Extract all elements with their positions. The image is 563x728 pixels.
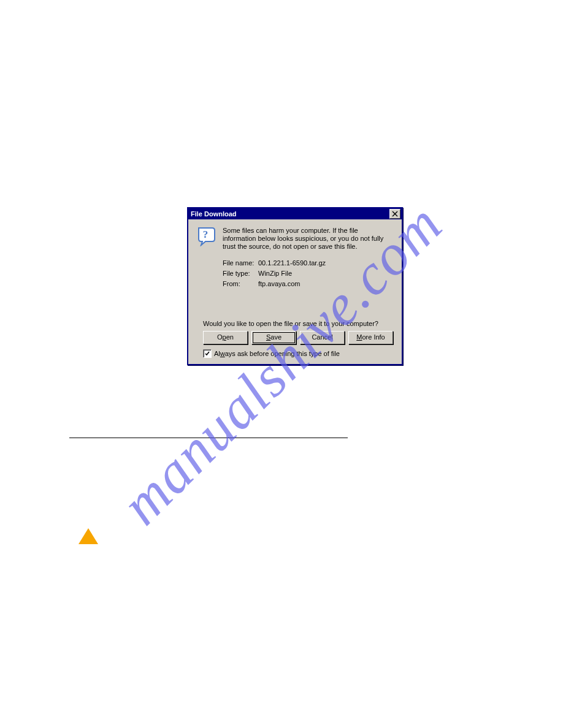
- dialog-body: ? Some files can harm your computer. If …: [188, 219, 402, 364]
- question-icon: ?: [197, 227, 216, 246]
- filetype-label: File type:: [223, 268, 258, 279]
- section-divider: [69, 438, 348, 438]
- from-label: From:: [223, 279, 258, 289]
- filename-value: 00.1.221.1-6590.tar.gz: [258, 258, 326, 268]
- save-button[interactable]: Save: [251, 331, 296, 344]
- svg-text:?: ?: [203, 229, 209, 240]
- button-row: Open Save Cancel More Info: [203, 331, 393, 344]
- more-info-button[interactable]: More Info: [348, 331, 393, 344]
- filetype-value: WinZip File: [258, 268, 292, 279]
- close-button[interactable]: [389, 209, 400, 219]
- warning-text: Some files can harm your computer. If th…: [223, 227, 393, 251]
- warning-triangle-icon: [79, 528, 98, 544]
- file-download-dialog: File Download ? Some files can harm your…: [187, 207, 403, 365]
- filename-label: File name:: [223, 258, 258, 268]
- check-icon: [204, 351, 210, 357]
- close-icon: [392, 211, 398, 217]
- cancel-button[interactable]: Cancel: [300, 331, 345, 344]
- file-type-row: File type: WinZip File: [223, 268, 393, 279]
- file-name-row: File name: 00.1.221.1-6590.tar.gz: [223, 258, 393, 268]
- dialog-title: File Download: [191, 210, 237, 218]
- always-ask-checkbox[interactable]: [203, 349, 212, 358]
- always-ask-row[interactable]: Always ask before opening this type of f…: [203, 349, 393, 358]
- from-value: ftp.avaya.com: [258, 279, 300, 289]
- always-ask-label: Always ask before opening this type of f…: [214, 350, 340, 357]
- from-row: From: ftp.avaya.com: [223, 279, 393, 289]
- title-bar[interactable]: File Download: [188, 208, 402, 219]
- open-button[interactable]: Open: [203, 331, 248, 344]
- prompt-text: Would you like to open the file or save …: [203, 320, 393, 327]
